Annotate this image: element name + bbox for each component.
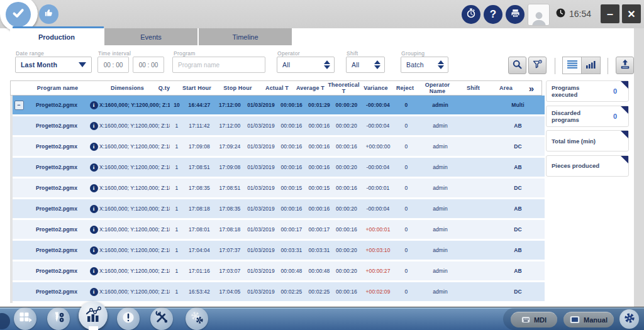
- settings-button[interactable]: [619, 309, 639, 329]
- monitor-icon: [570, 316, 580, 325]
- variance-cell: -00:00:04: [360, 123, 396, 129]
- clock-icon: [556, 8, 565, 19]
- tab-timeline[interactable]: Timeline: [199, 28, 292, 45]
- column-header[interactable]: Dimensions: [104, 85, 150, 91]
- column-header[interactable]: Program name: [11, 85, 104, 91]
- date-cell: 01/03/2019: [245, 247, 277, 253]
- corner-fold-icon: [621, 81, 628, 89]
- column-header[interactable]: Stop Hour: [216, 85, 260, 91]
- mdi-mode-button[interactable]: MDI: [511, 312, 557, 327]
- help-button[interactable]: ?: [484, 5, 502, 24]
- program-name-cell: Progetto2.pgmx: [25, 102, 88, 108]
- table-row[interactable]: − Progetto2.pgmx i X:1600,000; Y:1200,00…: [13, 116, 545, 135]
- info-icon[interactable]: i: [90, 246, 98, 255]
- table-row[interactable]: − Progetto2.pgmx i X:1600,000; Y:1200,00…: [13, 241, 545, 260]
- status-ok-button[interactable]: [6, 2, 31, 27]
- close-button[interactable]: ✕: [622, 4, 641, 23]
- export-icon: [619, 58, 631, 72]
- date-cell: 01/03/2019: [245, 102, 277, 108]
- tooling-nav-button[interactable]: [47, 307, 70, 330]
- alarms-nav-button[interactable]: [117, 307, 140, 330]
- maintenance-nav-button[interactable]: [150, 307, 173, 330]
- column-header[interactable]: Shift: [455, 85, 491, 91]
- info-icon[interactable]: i: [90, 101, 98, 109]
- date-range-value: Last Month: [16, 61, 79, 69]
- modules-nav-button[interactable]: [14, 307, 36, 330]
- info-icon[interactable]: i: [90, 267, 98, 275]
- shift-select[interactable]: All: [346, 57, 385, 73]
- tab-production[interactable]: Production: [10, 28, 103, 45]
- timer-button[interactable]: [462, 5, 480, 24]
- stop-hour-cell: 17:12:00: [215, 102, 245, 108]
- stat-card[interactable]: Programs executed 0: [546, 80, 629, 102]
- grouping-value: Batch: [401, 61, 438, 69]
- export-button[interactable]: [616, 57, 634, 74]
- more-columns-button[interactable]: »: [521, 84, 541, 93]
- dimensions-cell: X:1600,000; Y:1200,000; Z:18,: [99, 268, 170, 274]
- program-name-input[interactable]: [172, 57, 265, 73]
- stat-card[interactable]: Total time (min): [546, 130, 629, 151]
- column-header[interactable]: Theoretical T: [326, 82, 361, 94]
- machine-settings-nav-button[interactable]: [186, 307, 208, 330]
- table-row[interactable]: − Progetto2.pgmx i X:1600,000; Y:1200,00…: [13, 261, 545, 280]
- check-icon: [10, 5, 26, 24]
- grouping-select[interactable]: Batch: [401, 57, 448, 73]
- date-cell: 01/03/2019: [245, 143, 277, 150]
- operator-select[interactable]: All: [277, 57, 335, 73]
- column-header[interactable]: Area: [491, 85, 521, 91]
- minimize-button[interactable]: –: [601, 4, 619, 23]
- approve-button[interactable]: [39, 4, 58, 24]
- stat-card[interactable]: Discarded programs 0: [546, 106, 629, 127]
- average-time-cell: 00:01:29: [306, 102, 333, 108]
- column-header[interactable]: Operator Name: [419, 82, 455, 94]
- machine-settings-icon: [188, 309, 206, 329]
- info-icon[interactable]: i: [90, 226, 98, 234]
- info-icon[interactable]: i: [90, 122, 98, 130]
- reject-cell: 0: [396, 206, 417, 212]
- mdi-icon: [521, 316, 530, 325]
- column-header[interactable]: Variance: [361, 85, 391, 91]
- theoretical-time-cell: 00:00:16: [333, 143, 360, 150]
- stat-card[interactable]: Pieces produced: [546, 155, 629, 177]
- table-row[interactable]: − Progetto2.pgmx i X:1600,000; Y:1200,00…: [13, 220, 545, 239]
- column-header[interactable]: Average T: [294, 85, 326, 91]
- collapse-row-button[interactable]: −: [14, 101, 24, 110]
- time-from-input[interactable]: [97, 57, 129, 73]
- info-icon[interactable]: i: [90, 288, 98, 296]
- reject-cell: 0: [396, 123, 417, 129]
- column-header[interactable]: Actual T: [260, 85, 294, 91]
- start-hour-cell: 17:08:18: [184, 206, 215, 212]
- column-header[interactable]: Reject: [391, 85, 419, 91]
- time-to-input[interactable]: [133, 57, 164, 73]
- report-tabs: ProductionEventsTimeline: [10, 28, 292, 45]
- search-button[interactable]: [508, 57, 526, 74]
- table-row[interactable]: − Progetto2.pgmx i X:1600,000; Y:1200,00…: [13, 199, 545, 218]
- area-cell: Multi: [491, 102, 545, 108]
- table-row[interactable]: − Progetto2.pgmx i X:1600,000; Y:1200,00…: [13, 158, 545, 177]
- column-header[interactable]: Start Hour: [178, 85, 216, 91]
- table-row[interactable]: − Progetto2.pgmx i X:1600,000; Y:1200,00…: [13, 179, 545, 197]
- date-range-select[interactable]: Last Month: [15, 57, 92, 73]
- stat-label: Pieces produced: [547, 162, 602, 169]
- theoretical-time-cell: 00:00:20: [333, 102, 360, 108]
- chart-view-button[interactable]: [581, 57, 601, 74]
- tab-events[interactable]: Events: [104, 28, 197, 45]
- average-time-cell: 00:00:17: [306, 226, 333, 233]
- info-icon[interactable]: i: [90, 163, 98, 172]
- info-icon[interactable]: i: [90, 184, 98, 192]
- operator-cell: admin: [417, 164, 464, 170]
- table-row[interactable]: − Progetto2.pgmx i X:1600,000; Y:1200,00…: [13, 137, 545, 156]
- info-icon[interactable]: i: [90, 205, 98, 213]
- print-button[interactable]: [506, 5, 525, 24]
- program-name-cell: Progetto2.pgmx: [25, 164, 88, 170]
- column-header[interactable]: Q.ty: [150, 85, 178, 91]
- filter-button[interactable]: [528, 57, 547, 74]
- manual-mode-button[interactable]: Manual: [564, 312, 614, 327]
- table-row[interactable]: − Progetto2.pgmx i X:1600,000; Y:1200,00…: [13, 282, 545, 301]
- info-icon[interactable]: i: [90, 143, 98, 151]
- table-row[interactable]: − Progetto2.pgmx i X:1600,000; Y:1200,00…: [13, 96, 545, 114]
- statistics-icon: [82, 303, 104, 328]
- average-time-cell: 00:00:16: [306, 143, 333, 150]
- user-avatar[interactable]: [528, 4, 550, 26]
- list-view-button[interactable]: [562, 57, 582, 74]
